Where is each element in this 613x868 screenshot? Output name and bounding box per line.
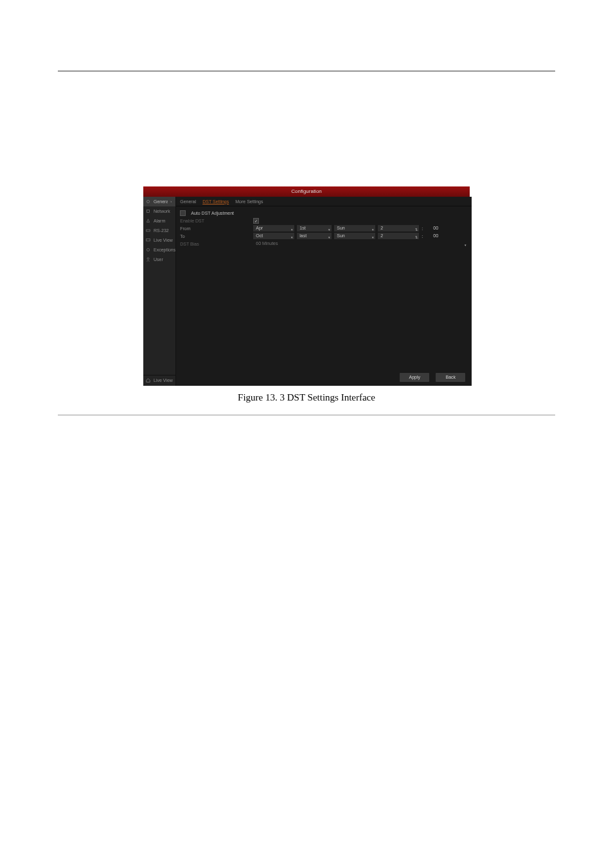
chevron-down-icon: ▾ [372, 226, 374, 233]
tab-more-settings[interactable]: More Settings [235, 199, 263, 204]
time-colon: : [422, 226, 423, 231]
from-hour-spinner[interactable]: 2 ⇅ [378, 225, 419, 231]
sidebar-item-rs232[interactable]: RS-232 [143, 226, 175, 235]
sidebar-item-label: RS-232 [154, 228, 169, 233]
row-enable-dst: Enable DST ✓ [180, 217, 468, 224]
dst-bias-label: DST Bias [180, 242, 251, 246]
dst-bias-select[interactable]: 60 Minutes ▾ [253, 240, 468, 247]
content-panel: General DST Settings More Settings Auto … [176, 197, 472, 386]
svg-rect-1 [147, 210, 149, 212]
user-icon [146, 257, 150, 262]
from-ordinal-value: 1st [299, 226, 305, 230]
row-auto-dst: Auto DST Adjustment [180, 209, 468, 217]
sidebar-item-label: Alarm [154, 219, 165, 223]
sidebar-item-general[interactable]: General › [143, 197, 175, 206]
network-icon [146, 209, 150, 213]
enable-dst-checkbox[interactable]: ✓ [253, 218, 259, 224]
config-app: Configuration General › Network Alarm [143, 186, 470, 386]
chevron-down-icon: ▾ [465, 242, 466, 248]
chevron-right-icon: › [168, 198, 174, 205]
section-rule [58, 415, 555, 415]
from-hour-value: 2 [380, 226, 383, 230]
live-view-button[interactable]: Live View [143, 375, 175, 386]
from-month-select[interactable]: Apr ▾ [253, 225, 294, 231]
from-ordinal-select[interactable]: 1st ▾ [297, 225, 332, 231]
sidebar-item-network[interactable]: Network [143, 206, 175, 216]
svg-point-4 [147, 248, 149, 251]
to-month-value: Oct [256, 233, 263, 238]
tab-bar: General DST Settings More Settings [176, 197, 472, 206]
warning-icon [146, 248, 150, 252]
to-minute: 00 [425, 233, 443, 239]
sidebar-item-user[interactable]: User [143, 255, 175, 264]
to-ordinal-select[interactable]: last ▾ [297, 233, 332, 239]
to-label: To [180, 234, 251, 239]
sidebar: General › Network Alarm RS-232 [143, 197, 176, 386]
sidebar-item-label: Exceptions [154, 248, 175, 252]
from-label: From [180, 226, 251, 231]
to-ordinal-value: last [299, 233, 306, 238]
sidebar-item-label: General [154, 199, 170, 204]
live-view-label: Live View [154, 378, 173, 383]
svg-rect-2 [147, 230, 150, 231]
svg-point-0 [147, 200, 149, 203]
chevron-down-icon: ▾ [291, 226, 293, 233]
dst-bias-value: 60 Minutes [256, 241, 278, 246]
dst-form: Auto DST Adjustment Enable DST ✓ From Ap… [176, 206, 472, 250]
window-title: Configuration [143, 186, 470, 197]
apply-button[interactable]: Apply [400, 373, 429, 382]
sidebar-item-label: Network [154, 209, 170, 213]
to-day-value: Sun [337, 233, 344, 238]
sidebar-item-liveview[interactable]: Live View [143, 235, 175, 245]
chevron-down-icon: ▾ [372, 234, 374, 240]
to-month-select[interactable]: Oct ▾ [253, 233, 294, 239]
page-top-rule [58, 71, 555, 71]
gear-icon [146, 199, 150, 204]
from-day-select[interactable]: Sun ▾ [334, 225, 375, 231]
chevron-down-icon: ▾ [291, 234, 293, 240]
spinner-icon: ⇅ [415, 234, 418, 240]
svg-rect-3 [147, 239, 150, 241]
sidebar-item-exceptions[interactable]: Exceptions [143, 245, 175, 255]
figure-caption: Figure 13. 3 DST Settings Interface [143, 392, 470, 403]
from-day-value: Sun [337, 226, 344, 230]
row-dst-bias: DST Bias 60 Minutes ▾ [180, 240, 468, 248]
monitor-icon [146, 238, 150, 242]
tab-general[interactable]: General [180, 199, 196, 204]
time-colon: : [422, 234, 423, 239]
chevron-down-icon: ▾ [328, 226, 330, 233]
from-month-value: Apr [256, 226, 263, 230]
alarm-icon [146, 219, 150, 223]
auto-dst-label: Auto DST Adjustment [191, 211, 234, 215]
spinner-icon: ⇅ [415, 226, 418, 233]
tab-dst-settings[interactable]: DST Settings [202, 199, 229, 204]
sidebar-item-label: User [154, 257, 163, 262]
sidebar-item-label: Live View [154, 238, 173, 242]
auto-dst-checkbox[interactable] [180, 210, 186, 216]
enable-dst-label: Enable DST [180, 219, 251, 223]
svg-point-5 [147, 258, 149, 260]
row-from: From Apr ▾ 1st ▾ Sun ▾ [180, 224, 468, 232]
button-bar: Apply Back [400, 373, 465, 382]
from-minute: 00 [425, 225, 443, 231]
sidebar-item-alarm[interactable]: Alarm [143, 216, 175, 226]
to-hour-value: 2 [380, 233, 383, 238]
to-hour-spinner[interactable]: 2 ⇅ [378, 233, 419, 239]
row-to: To Oct ▾ last ▾ Sun ▾ [180, 232, 468, 240]
back-button[interactable]: Back [436, 373, 465, 382]
chevron-down-icon: ▾ [328, 234, 330, 240]
to-day-select[interactable]: Sun ▾ [334, 233, 375, 239]
serial-icon [146, 228, 150, 233]
home-icon [146, 378, 150, 383]
